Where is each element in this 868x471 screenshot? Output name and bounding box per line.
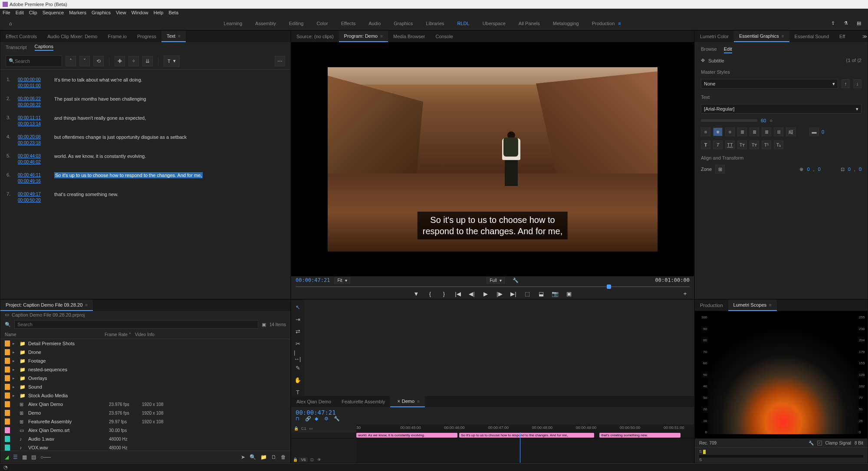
button-editor[interactable]: ＋ xyxy=(681,290,689,298)
label-swatch[interactable] xyxy=(5,375,10,381)
label-swatch[interactable] xyxy=(5,392,10,399)
selection-tool[interactable]: ↖ xyxy=(294,303,302,311)
underline-icon[interactable]: TT xyxy=(725,141,735,149)
track-v6[interactable] xyxy=(356,456,694,463)
overflow-icon[interactable]: ≫ xyxy=(862,34,868,39)
caption-in-tc[interactable]: 00:00:20:08 xyxy=(18,134,48,140)
caption-out-tc[interactable]: 00:00:23:18 xyxy=(18,140,48,146)
menu-file[interactable]: File xyxy=(3,10,10,15)
caption-text[interactable]: world. As we know, it is constantly evol… xyxy=(54,153,284,165)
step-forward-button[interactable]: |▶ xyxy=(496,290,503,298)
snap-icon[interactable]: ⊓ xyxy=(296,416,302,423)
filter-bin-icon[interactable]: ▣ xyxy=(262,322,266,327)
timeline-ruler[interactable]: 3000:00:45:0000:00:46:0000:00:47:0000:00… xyxy=(356,425,694,432)
project-item[interactable]: ▸ 📁 Overlays xyxy=(0,374,290,383)
tab-lumetri-color[interactable]: Lumetri Color xyxy=(695,31,734,42)
caption-out-tc[interactable]: 00:00:49:16 xyxy=(18,178,48,184)
tab-audio-clip-mixer-demo[interactable]: Audio Clip Mixer: Demo xyxy=(42,31,103,42)
label-swatch[interactable] xyxy=(5,427,10,433)
close-icon[interactable]: × xyxy=(397,399,400,404)
caption-row[interactable]: 1. 00:00:00:0000:00:01:00 It's time to t… xyxy=(0,73,290,92)
eg-subtab-browse[interactable]: Browse xyxy=(701,46,717,53)
icon-view-icon[interactable]: ▦ xyxy=(22,454,27,460)
caption-text[interactable]: but oftentimes change is just opportunit… xyxy=(54,134,284,146)
next-caption-button[interactable]: ˅ xyxy=(79,56,90,66)
workspace-metalogging[interactable]: Metalogging xyxy=(553,21,579,26)
list-view-icon[interactable]: ☰ xyxy=(13,454,18,460)
workspace-editing[interactable]: Editing xyxy=(289,21,304,26)
program-view[interactable]: So it's up to us to choose how to respon… xyxy=(291,42,694,276)
label-swatch[interactable] xyxy=(5,419,10,425)
label-swatch[interactable] xyxy=(5,340,10,347)
justify-full-icon[interactable]: ≣ xyxy=(774,128,783,136)
tab-eff[interactable]: Eff xyxy=(834,31,850,42)
tab-demo[interactable]: ×Demo≡ xyxy=(390,396,425,407)
caption-clip[interactable]: that's creating something new. xyxy=(599,433,681,438)
label-swatch[interactable] xyxy=(5,358,10,364)
split-caption-button[interactable]: ÷ xyxy=(128,56,139,66)
track-label[interactable]: V6 xyxy=(299,458,308,462)
scope-wrench-icon[interactable]: 🔧 xyxy=(809,441,814,445)
razor-tool[interactable]: ✂ xyxy=(294,340,302,347)
wrench-icon[interactable]: 🔧 xyxy=(334,416,341,423)
extract-button[interactable]: ⬓ xyxy=(537,290,545,298)
new-bin-icon[interactable]: 📁 xyxy=(260,454,267,460)
fill-icon[interactable]: ▬ xyxy=(809,128,819,136)
align-right-icon[interactable]: ≡ xyxy=(725,128,735,136)
program-current-tc[interactable]: 00:00:47:21 xyxy=(296,277,330,283)
prev-caption-button[interactable]: ˄ xyxy=(66,56,76,66)
col-name[interactable]: Name xyxy=(5,332,105,337)
caption-search-input[interactable] xyxy=(15,59,59,64)
caption-out-tc[interactable]: 00:00:13:14 xyxy=(18,121,48,127)
timeline-tc[interactable]: 00:00:47:21 xyxy=(296,409,341,416)
caption-text[interactable]: So it's up to us to choose how to respon… xyxy=(54,172,284,184)
caption-text[interactable]: The past six months have been challengin… xyxy=(54,96,284,108)
caption-row[interactable]: 2. 00:00:06:2200:00:08:22 The past six m… xyxy=(0,92,290,111)
tab-console[interactable]: Console xyxy=(430,31,458,42)
tab-alex-qian-demo[interactable]: Alex Qian Demo xyxy=(291,396,336,407)
project-item[interactable]: ⊞ Demo 23.976 fps 1920 x 108 xyxy=(0,409,290,417)
pos-y[interactable]: 0 xyxy=(818,167,821,172)
caption-clip[interactable]: So it's up to us to choose how to respon… xyxy=(459,433,594,438)
add-marker-button[interactable]: ▼ xyxy=(412,290,420,298)
menu-graphics[interactable]: Graphics xyxy=(92,10,111,15)
go-to-out-button[interactable]: ▶| xyxy=(510,290,517,298)
style-sync-up-icon[interactable]: ↑ xyxy=(842,79,850,88)
type-tool[interactable]: T xyxy=(294,388,302,396)
zoom-select[interactable]: Fit▾ xyxy=(334,277,350,284)
tab-featurette-assembly[interactable]: Featurette Assembly xyxy=(336,396,390,407)
scale-x[interactable]: 0 xyxy=(848,167,851,172)
caption-text[interactable]: It's time to talk about what we're all d… xyxy=(54,77,284,89)
caption-search[interactable]: 🔍 xyxy=(6,56,62,67)
expand-icon[interactable]: ▸ xyxy=(13,376,17,380)
project-item[interactable]: ▸ 📁 Detail Premiere Shots xyxy=(0,339,290,348)
workspace-effects[interactable]: Effects xyxy=(341,21,355,26)
pen-tool[interactable]: ✎ xyxy=(294,364,302,372)
caption-row[interactable]: 6. 00:00:46:1100:00:49:16 So it's up to … xyxy=(0,169,290,188)
menu-sequence[interactable]: Sequence xyxy=(43,10,64,15)
mark-out-button[interactable]: } xyxy=(440,290,448,298)
resolution-select[interactable]: Full▾ xyxy=(487,277,504,284)
menu-clip[interactable]: Clip xyxy=(29,10,37,15)
project-item[interactable]: ▸ 📁 Footage xyxy=(0,357,290,365)
font-select[interactable]: [Arial-Regular]▾ xyxy=(701,104,861,114)
master-styles-select[interactable]: None▾ xyxy=(701,79,838,88)
cc-toggle-icon[interactable]: ▭ xyxy=(309,426,313,431)
automate-icon[interactable]: ➤ xyxy=(241,454,245,460)
project-item[interactable]: ⊞ Alex Qian Demo 23.976 fps 1920 x 108 xyxy=(0,400,290,409)
menu-beta[interactable]: Beta xyxy=(168,10,178,15)
quick-export-icon[interactable]: ⚗ xyxy=(842,20,850,27)
workspace-audio[interactable]: Audio xyxy=(368,21,381,26)
timeline-playhead[interactable] xyxy=(520,432,520,463)
tab-effect-controls[interactable]: Effect Controls xyxy=(0,31,42,42)
caption-in-tc[interactable]: 00:00:44:03 xyxy=(18,153,48,159)
font-size-slider[interactable] xyxy=(701,119,757,122)
expand-icon[interactable]: ▸ xyxy=(13,359,17,363)
eye-icon[interactable]: 👁 xyxy=(316,458,322,462)
caption-row[interactable]: 3. 00:00:11:1100:00:13:14 and things hav… xyxy=(0,111,290,131)
tab-text[interactable]: Text≡ xyxy=(161,31,186,42)
panel-menu-icon[interactable]: ≡ xyxy=(178,34,181,39)
tab-lumetri-scopes[interactable]: Lumetri Scopes≡ xyxy=(728,300,777,311)
step-back-button[interactable]: ◀| xyxy=(468,290,476,298)
expand-icon[interactable]: ▸ xyxy=(13,393,17,398)
